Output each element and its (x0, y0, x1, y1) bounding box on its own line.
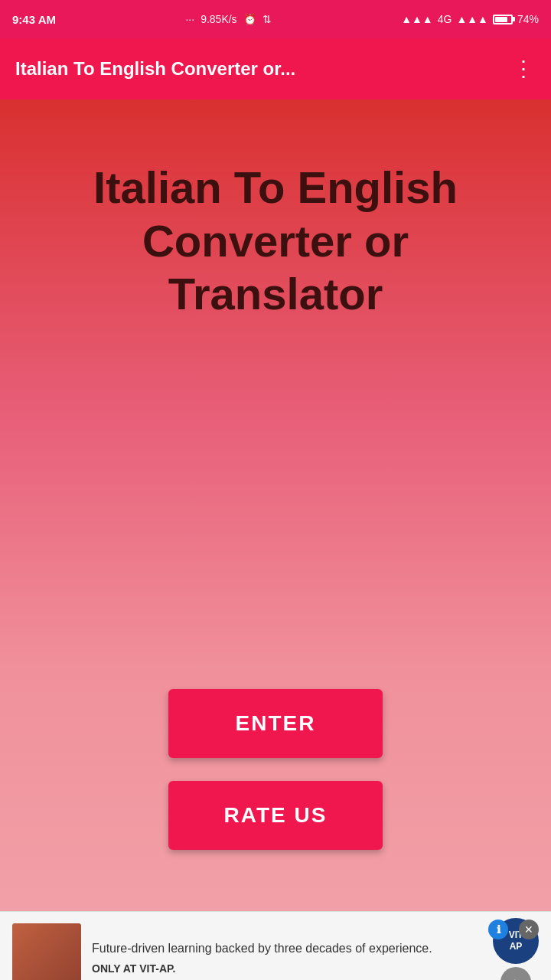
app-bar-title: Italian To English Converter or... (15, 58, 513, 80)
status-time: 9:43 AM (12, 13, 56, 26)
ad-description: Future-driven learning backed by three d… (92, 940, 482, 957)
status-center: ··· 9.85K/s ⏰ ⇅ (185, 13, 271, 25)
app-title-text: Italian To English Converter or Translat… (93, 162, 458, 318)
ad-close-button[interactable]: ✕ (519, 920, 539, 939)
ad-banner: Future-driven learning backed by three d… (0, 911, 551, 980)
battery-percent: 74% (517, 13, 539, 25)
rate-us-button[interactable]: RATE US (168, 781, 383, 850)
main-content: Italian To English Converter or Translat… (0, 100, 551, 911)
battery-icon (493, 15, 513, 24)
ad-people-image (12, 923, 81, 981)
buttons-section: ENTER RATE US (168, 689, 383, 850)
enter-button[interactable]: ENTER (168, 689, 383, 758)
ad-subtext: ONLY AT VIT-AP. (92, 962, 482, 975)
dots-icon: ··· (185, 13, 194, 25)
signal2-icon: ▲▲▲ (456, 13, 488, 25)
sync-icon: ⇅ (262, 13, 272, 25)
network-speed: 9.85K/s (201, 13, 236, 25)
ad-info-button[interactable]: ℹ (488, 920, 508, 939)
overflow-menu-button[interactable]: ⋮ (513, 58, 536, 80)
signal-icon: ▲▲▲ (401, 13, 433, 25)
ad-text-section: Future-driven learning backed by three d… (81, 940, 493, 974)
ad-next-icon[interactable]: › (500, 967, 531, 981)
network-type: 4G (438, 13, 452, 25)
status-bar: 9:43 AM ··· 9.85K/s ⏰ ⇅ ▲▲▲ 4G ▲▲▲ 74% (0, 0, 551, 38)
ad-image (12, 923, 81, 981)
alarm-icon: ⏰ (243, 13, 256, 25)
status-right: ▲▲▲ 4G ▲▲▲ 74% (401, 13, 539, 25)
app-bar: Italian To English Converter or... ⋮ (0, 38, 551, 100)
app-title: Italian To English Converter or Translat… (31, 161, 520, 321)
